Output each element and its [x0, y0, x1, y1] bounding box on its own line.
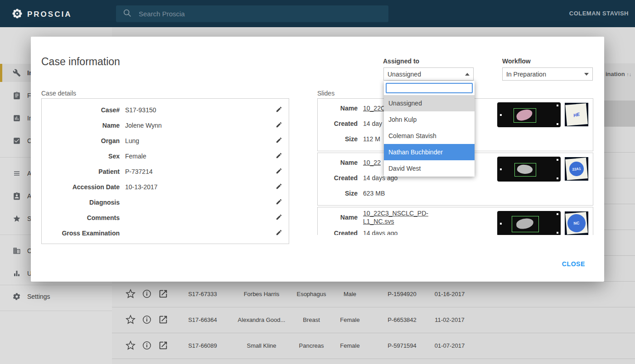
workflow-value: In Preparation [506, 71, 546, 78]
edit-pencil-icon[interactable] [269, 137, 289, 145]
case-detail-row: Sex Female [42, 148, 289, 164]
fiducial-mark [557, 213, 558, 215]
field-value: P-737214 [125, 168, 269, 175]
slide-field-label: Size [318, 135, 358, 143]
assigned-to-value: Unassigned [388, 71, 421, 78]
case-detail-row: Diagnosis [42, 195, 289, 210]
slide-label-paper: HE [565, 103, 588, 126]
fiducial-mark [557, 159, 558, 161]
edit-pencil-icon[interactable] [269, 214, 289, 222]
chevron-up-icon [465, 73, 470, 76]
case-information-modal: Case information Assigned to Unassigned … [31, 37, 604, 282]
edit-pencil-icon[interactable] [269, 152, 289, 161]
fiducial-mark [500, 114, 502, 116]
slide-field-label: Name [318, 105, 358, 112]
assigned-to-label: Assigned to [383, 57, 419, 65]
edit-pencil-icon[interactable] [269, 121, 289, 130]
assigned-to-dropdown-menu: Unassigned John Kulp Coleman Stavish Nat… [384, 81, 475, 177]
dropdown-option-coleman-stavish[interactable]: Coleman Stavish [384, 128, 475, 144]
slide-field-label: Size [318, 190, 358, 197]
close-button[interactable]: CLOSE [562, 260, 585, 268]
fiducial-mark [557, 123, 558, 125]
edit-pencil-icon[interactable] [269, 183, 289, 192]
case-detail-row: Comments [42, 210, 289, 225]
dropdown-option-unassigned[interactable]: Unassigned [384, 95, 475, 111]
case-details-panel: Case# S17-93150 Name Jolene Wynn Organ L… [41, 98, 289, 244]
case-detail-row: Name Jolene Wynn [42, 118, 289, 133]
fiducial-mark [557, 232, 558, 234]
edit-pencil-icon[interactable] [269, 106, 289, 115]
slide-field-label: Created [318, 230, 358, 235]
slide-field-label: Created [318, 174, 358, 182]
case-detail-row: Gross Examination [42, 225, 289, 241]
app-window: PROSCIA COLEMAN STAVISH NEW In Fo In [0, 0, 635, 364]
slides-section-label: Slides [317, 90, 334, 97]
workflow-label: Workflow [502, 57, 531, 65]
field-label: Name [42, 122, 120, 129]
field-label: Case# [42, 106, 120, 114]
slide-name-link[interactable]: 10_22 [363, 159, 381, 166]
slide-card: Name 10_22C3_NSCLC_PD-L1_NC.svs Created … [317, 207, 593, 235]
slide-size-value: 112 M [363, 135, 380, 143]
modal-title: Case information [41, 56, 120, 68]
case-detail-row: Patient P-737214 [42, 164, 289, 179]
slide-macro-thumbnail[interactable] [497, 102, 561, 127]
dropdown-option-david-west[interactable]: David West [384, 160, 475, 177]
slide-size-value: 623 MB [363, 190, 385, 197]
field-value: Jolene Wynn [125, 122, 269, 129]
field-label: Comments [42, 214, 120, 221]
chevron-down-icon [584, 73, 589, 76]
field-value: S17-93150 [125, 106, 269, 114]
field-value: 10-13-2017 [125, 183, 269, 191]
assigned-to-select[interactable]: Unassigned [383, 67, 474, 81]
slide-macro-thumbnail[interactable] [497, 211, 561, 235]
field-label: Accession Date [42, 183, 120, 191]
dropdown-filter-input[interactable] [386, 83, 473, 93]
slide-field-label: Name [318, 159, 358, 166]
field-label: Organ [42, 137, 120, 144]
slide-label-paper: 22A1 [565, 158, 588, 180]
edit-pencil-icon[interactable] [269, 198, 289, 207]
field-label: Gross Examination [42, 230, 120, 237]
slide-label-thumbnail[interactable]: 22A1 [565, 157, 588, 181]
slide-name-link[interactable]: 10_22C [363, 105, 385, 112]
fiducial-mark [500, 223, 502, 225]
slide-macro-thumbnail[interactable] [497, 157, 561, 182]
field-label: Sex [42, 153, 120, 160]
slide-size-row: Size 623 MB [318, 186, 593, 201]
slide-label-thumbnail[interactable]: HE [565, 103, 588, 126]
case-detail-row: Organ Lung [42, 133, 289, 148]
case-detail-row: Case# S17-93150 [42, 102, 289, 118]
field-label: Patient [42, 168, 120, 175]
fiducial-mark [557, 105, 558, 106]
slide-label-paper: NC [565, 212, 588, 235]
slide-label-text: 22A1 [569, 161, 585, 177]
workflow-select[interactable]: In Preparation [502, 67, 593, 81]
edit-pencil-icon[interactable] [269, 168, 289, 176]
field-value: Female [125, 153, 269, 160]
slide-created-value: 14 days ago [363, 230, 397, 235]
field-value: Lung [125, 137, 269, 144]
slide-label-thumbnail[interactable]: NC [565, 211, 588, 235]
fiducial-mark [557, 177, 558, 179]
slide-label-text: HE [573, 111, 580, 118]
dropdown-option-nathan-buchbinder[interactable]: Nathan Buchbinder [384, 144, 475, 160]
slide-name-link[interactable]: 10_22C3_NSCLC_PD-L1_NC.svs [363, 209, 431, 225]
edit-pencil-icon[interactable] [269, 229, 289, 238]
slide-field-label: Created [318, 120, 358, 127]
field-label: Diagnosis [42, 199, 120, 206]
slide-field-label: Name [318, 214, 358, 221]
fiducial-mark [500, 168, 502, 170]
case-details-section-label: Case details [41, 90, 76, 97]
dropdown-option-john-kulp[interactable]: John Kulp [384, 111, 475, 128]
slide-label-text: NC [567, 213, 586, 233]
case-detail-row: Accession Date 10-13-2017 [42, 179, 289, 195]
slide-created-value: 14 day [363, 120, 382, 127]
